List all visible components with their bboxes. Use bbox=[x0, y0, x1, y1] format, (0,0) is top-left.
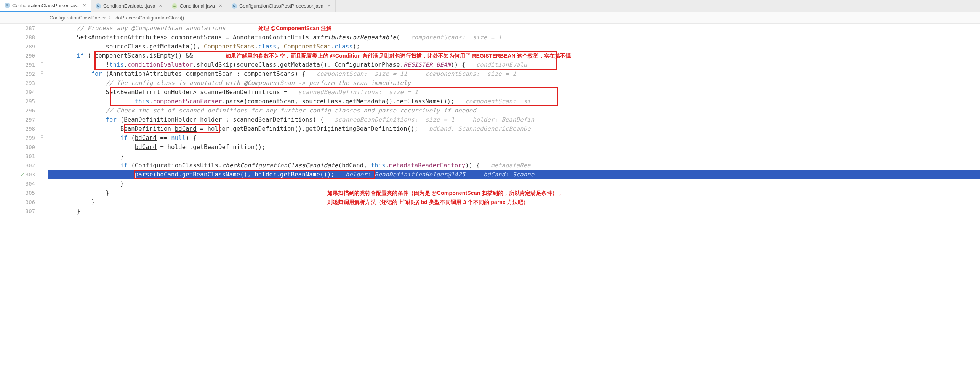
line-number: 297 bbox=[0, 115, 35, 124]
tab-configuration-class-post-processor[interactable]: ConfigurationClassPostProcessor.java ✕ bbox=[227, 0, 336, 12]
fold-gutter: ⊟ ⊟ ⊟ ⊟ ⊟ bbox=[40, 24, 48, 216]
code-line: if (bdCand == null) { bbox=[48, 133, 980, 143]
breadcrumb-class[interactable]: ConfigurationClassParser bbox=[50, 15, 106, 21]
code-line: } bbox=[48, 152, 980, 161]
chevron-right-icon: 〉 bbox=[108, 14, 113, 21]
tab-conditional[interactable]: Conditional.java ✕ bbox=[167, 0, 227, 12]
code-line: sourceClass.getMetadata(), ComponentScan… bbox=[48, 42, 980, 51]
close-icon[interactable]: ✕ bbox=[83, 3, 86, 8]
fold-marker-icon[interactable]: ⊟ bbox=[41, 70, 43, 74]
java-annotation-icon bbox=[172, 3, 177, 9]
code-line-current: parse(bdCand.getBeanClassName(), holder.… bbox=[48, 170, 980, 179]
fold-marker-icon[interactable]: ⊟ bbox=[41, 134, 43, 138]
code-line: this.componentScanParser.parse(component… bbox=[48, 97, 980, 106]
line-number: 287 bbox=[0, 24, 35, 33]
code-line: BeanDefinition bdCand = holder.getBeanDe… bbox=[48, 124, 980, 133]
line-number: 305 bbox=[0, 188, 35, 197]
line-number: 291 bbox=[0, 60, 35, 69]
code-line: } bbox=[48, 179, 980, 188]
close-icon[interactable]: ✕ bbox=[219, 3, 222, 8]
line-number: 300 bbox=[0, 143, 35, 152]
code-line: } 则递归调用解析方法（还记的上面根据 bd 类型不同调用 3 个不同的 par… bbox=[48, 197, 980, 207]
line-number: 288 bbox=[0, 33, 35, 42]
line-number: 290 bbox=[0, 51, 35, 60]
close-icon[interactable]: ✕ bbox=[327, 3, 331, 8]
java-class-icon bbox=[96, 3, 101, 9]
code-line: bdCand = holder.getBeanDefinition(); bbox=[48, 143, 980, 152]
line-number: 299 bbox=[0, 133, 35, 143]
tab-configuration-class-parser[interactable]: ConfigurationClassParser.java ✕ bbox=[0, 0, 91, 12]
fold-marker-icon[interactable]: ⊟ bbox=[41, 61, 43, 65]
breadcrumb: ConfigurationClassParser 〉 doProcessConf… bbox=[0, 12, 980, 24]
line-number: 307 bbox=[0, 207, 35, 216]
code-line: } bbox=[48, 207, 980, 216]
editor-tabs: ConfigurationClassParser.java ✕ Conditio… bbox=[0, 0, 980, 12]
fold-marker-icon[interactable]: ⊟ bbox=[41, 116, 43, 120]
line-number: 295 bbox=[0, 97, 35, 106]
code-line: for (BeanDefinitionHolder holder : scann… bbox=[48, 115, 980, 124]
close-icon[interactable]: ✕ bbox=[159, 3, 162, 8]
line-number: 304 bbox=[0, 179, 35, 188]
tab-label: Conditional.java bbox=[179, 3, 215, 9]
line-number: 303 bbox=[0, 170, 35, 179]
line-number: 294 bbox=[0, 88, 35, 97]
line-number: 293 bbox=[0, 79, 35, 88]
code-line: } 如果扫描到的类符合配置类的条件（因为是 @ComponentScan 扫描到… bbox=[48, 188, 980, 197]
line-number-gutter: 287 288 289 290 291 292 293 294 295 296 … bbox=[0, 24, 40, 216]
tab-label: ConditionEvaluator.java bbox=[103, 3, 155, 9]
code-line: !this.conditionEvaluator.shouldSkip(sour… bbox=[48, 60, 980, 69]
code-line: if (!componentScans.isEmpty() && 如果注解里的参… bbox=[48, 51, 980, 60]
code-line: for (AnnotationAttributes componentScan … bbox=[48, 69, 980, 79]
fold-marker-icon[interactable]: ⊟ bbox=[41, 162, 43, 166]
code-line: // The config class is annotated with @C… bbox=[48, 79, 980, 88]
tab-label: ConfigurationClassPostProcessor.java bbox=[239, 3, 323, 9]
line-number: 296 bbox=[0, 106, 35, 115]
code-line: Set<AnnotationAttributes> componentScans… bbox=[48, 33, 980, 42]
java-class-icon bbox=[232, 3, 237, 9]
line-number: 301 bbox=[0, 152, 35, 161]
tab-label: ConfigurationClassParser.java bbox=[12, 3, 79, 8]
code-line: // Check the set of scanned definitions … bbox=[48, 106, 980, 115]
line-number: 306 bbox=[0, 197, 35, 207]
line-number: 298 bbox=[0, 124, 35, 133]
java-class-icon bbox=[5, 3, 10, 8]
code-line: if (ConfigurationClassUtils.checkConfigu… bbox=[48, 161, 980, 170]
code-editor[interactable]: 287 288 289 290 291 292 293 294 295 296 … bbox=[0, 24, 980, 216]
code-area[interactable]: // Process any @ComponentScan annotation… bbox=[48, 24, 980, 216]
line-number: 292 bbox=[0, 69, 35, 79]
breadcrumb-method[interactable]: doProcessConfigurationClass() bbox=[115, 15, 184, 21]
code-line: // Process any @ComponentScan annotation… bbox=[48, 24, 980, 33]
tab-condition-evaluator[interactable]: ConditionEvaluator.java ✕ bbox=[91, 0, 168, 12]
line-number: 302 bbox=[0, 161, 35, 170]
code-line: Set<BeanDefinitionHolder> scannedBeanDef… bbox=[48, 88, 980, 97]
line-number: 289 bbox=[0, 42, 35, 51]
